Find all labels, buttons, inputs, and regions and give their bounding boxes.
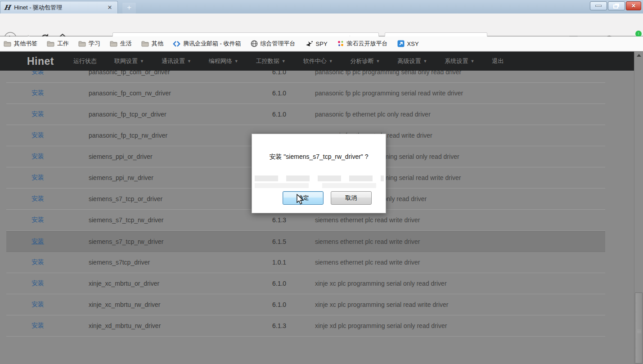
tab-close-icon[interactable]: ✕ <box>106 4 114 11</box>
driver-name: panasonic_fp_tcp_rw_driver <box>89 132 272 139</box>
site-navbar: Hinet 运行状态联网设置▼通讯设置▼编程网络▼工控数据▼软件中心▼分析诊断▼… <box>0 52 634 71</box>
nav-menu-label: 通讯设置 <box>162 57 185 65</box>
install-link[interactable]: 安装 <box>31 89 46 97</box>
chevron-down-icon: ▼ <box>376 59 380 63</box>
bookmark-item[interactable]: 萤石云开放平台 <box>337 40 388 48</box>
nav-menu-label: 退出 <box>492 57 504 65</box>
window-minimize-button[interactable] <box>590 1 607 10</box>
bookmark-label: XSY <box>407 40 419 47</box>
window-close-button[interactable]: ✕ <box>626 1 641 10</box>
nav-menu-label: 高级设置 <box>398 57 421 65</box>
driver-name: panasonic_fp_com_rw_driver <box>89 90 272 97</box>
nav-menu-item[interactable]: 联网设置▼ <box>114 57 144 65</box>
nav-menu-label: 分析诊断 <box>351 57 374 65</box>
chevron-down-icon: ▼ <box>282 59 286 63</box>
bookmark-item[interactable]: 综合管理平台 <box>251 40 296 48</box>
page-scrollbar[interactable] <box>634 52 643 364</box>
bookmark-label: 腾讯企业邮箱 - 收件箱 <box>183 40 241 48</box>
chevron-down-icon: ▼ <box>234 59 238 63</box>
nav-menu-item[interactable]: 分析诊断▼ <box>351 57 380 65</box>
install-link[interactable]: 安装 <box>31 301 46 309</box>
table-row: 安装xinje_xc_mbrtu_or_driver6.1.0xinje xc … <box>6 273 605 294</box>
install-link[interactable]: 安装 <box>31 216 46 224</box>
folder-icon <box>141 40 149 47</box>
driver-name: siemens_ppi_rw_driver <box>89 174 272 181</box>
bookmark-item[interactable]: 生活 <box>110 40 132 48</box>
bookmark-label: 工作 <box>57 40 69 48</box>
update-badge-icon: ↑ <box>635 31 642 37</box>
driver-version: 6.1.0 <box>272 71 315 76</box>
table-row: 安装panasonic_fp_tcp_or_driver6.1.0panason… <box>6 104 605 125</box>
bookmark-label: 综合管理平台 <box>261 40 296 48</box>
install-link[interactable]: 安装 <box>31 71 46 76</box>
nav-menu-label: 联网设置 <box>114 57 138 65</box>
driver-table-area: 安装panasonic_fp_com_or_driver6.1.0panason… <box>0 71 634 364</box>
driver-version: 6.1.3 <box>272 216 315 224</box>
bookmark-label: 其他 <box>152 40 163 48</box>
dialog-message: 安装 "siemens_s7_tcp_rw_driver" ? <box>252 153 386 161</box>
tencent-mail-icon <box>173 40 180 47</box>
bookmarks-bar: 其他书签工作学习生活其他腾讯企业邮箱 - 收件箱综合管理平台SPY萤石云开放平台… <box>0 36 643 51</box>
browser-tab[interactable]: H Hinet - 驱动包管理 ✕ <box>0 1 118 13</box>
nav-menu-item[interactable]: 编程网络▼ <box>209 57 238 65</box>
driver-name: xinje_xc_mbrtu_rw_driver <box>89 301 272 308</box>
scroll-up-icon <box>637 54 641 57</box>
bookmark-item[interactable]: XSY <box>397 40 419 47</box>
cancel-button[interactable]: 取消 <box>331 191 372 205</box>
site-logo: Hinet <box>27 55 54 67</box>
install-link[interactable]: 安装 <box>31 258 46 266</box>
driver-description: panasonic fp plc programming serial read… <box>315 90 605 97</box>
bookmark-label: 学习 <box>89 40 100 48</box>
scrollbar-thumb[interactable] <box>635 292 643 364</box>
nav-menu-label: 编程网络 <box>209 57 232 65</box>
nav-menu-item[interactable]: 退出 <box>492 57 504 65</box>
nav-menu-item[interactable]: 通讯设置▼ <box>162 57 191 65</box>
folder-icon <box>78 40 86 47</box>
bookmark-item[interactable]: 工作 <box>47 40 69 48</box>
bookmark-item[interactable]: 其他 <box>141 40 163 48</box>
chevron-down-icon: ▼ <box>423 59 427 63</box>
driver-name: siemens_s7_tcp_rw_driver <box>89 238 272 245</box>
install-link[interactable]: 安装 <box>31 238 46 246</box>
install-link[interactable]: 安装 <box>31 279 46 288</box>
nav-menu-item[interactable]: 系统设置▼ <box>445 57 474 65</box>
bookmark-item[interactable]: SPY <box>305 40 328 47</box>
nav-menu-item[interactable]: 高级设置▼ <box>398 57 427 65</box>
install-link[interactable]: 安装 <box>31 110 46 118</box>
bookmark-item[interactable]: 腾讯企业邮箱 - 收件箱 <box>173 40 241 48</box>
bookmark-item[interactable]: 学习 <box>78 40 100 48</box>
scroll-up-button[interactable] <box>634 52 643 59</box>
driver-version: 6.1.5 <box>272 238 315 245</box>
install-link[interactable]: 安装 <box>31 174 46 182</box>
chevron-down-icon: ▼ <box>329 59 333 63</box>
driver-name: siemens_s7_tcp_or_driver <box>89 195 272 202</box>
bookmark-item[interactable]: 其他书签 <box>4 40 37 48</box>
install-link[interactable]: 安装 <box>31 195 46 203</box>
new-tab-button[interactable]: + <box>122 3 136 13</box>
nav-menu-item[interactable]: 运行状态 <box>73 57 97 65</box>
driver-name: panasonic_fp_com_or_driver <box>89 71 272 76</box>
window-restore-button[interactable] <box>608 1 625 10</box>
ezviz-icon <box>337 40 344 47</box>
chevron-down-icon: ▼ <box>470 59 474 63</box>
nav-menu-label: 运行状态 <box>73 57 97 65</box>
driver-version: 6.1.0 <box>272 111 315 118</box>
chevron-down-icon: ▼ <box>187 59 191 63</box>
nav-menu-item[interactable]: 工控数据▼ <box>256 57 286 65</box>
titlebar: H Hinet - 驱动包管理 ✕ + ✕ <box>0 0 643 13</box>
driver-description: xinje xc plc programming serial only rea… <box>315 280 605 287</box>
close-icon: ✕ <box>631 3 636 9</box>
nav-menu-item[interactable]: 软件中心▼ <box>303 57 333 65</box>
table-row[interactable]: 安装siemens_s7_tcp_rw_driver6.1.5siemens e… <box>6 231 605 252</box>
install-link[interactable]: 安装 <box>31 131 46 139</box>
driver-description: xinje xc plc programming serial read wri… <box>315 301 605 308</box>
tab-title: Hinet - 驱动包管理 <box>14 4 102 12</box>
scrollbar-grip-icon <box>637 330 641 334</box>
restore-icon <box>613 4 618 9</box>
install-link[interactable]: 安装 <box>31 153 46 161</box>
driver-description: siemens ethernet plc read write driver <box>315 259 605 266</box>
driver-version: 6.1.3 <box>272 322 315 329</box>
driver-name: siemens_s7tcp_driver <box>89 259 272 266</box>
install-link[interactable]: 安装 <box>31 322 46 330</box>
page-viewport: Hinet 运行状态联网设置▼通讯设置▼编程网络▼工控数据▼软件中心▼分析诊断▼… <box>0 51 643 364</box>
